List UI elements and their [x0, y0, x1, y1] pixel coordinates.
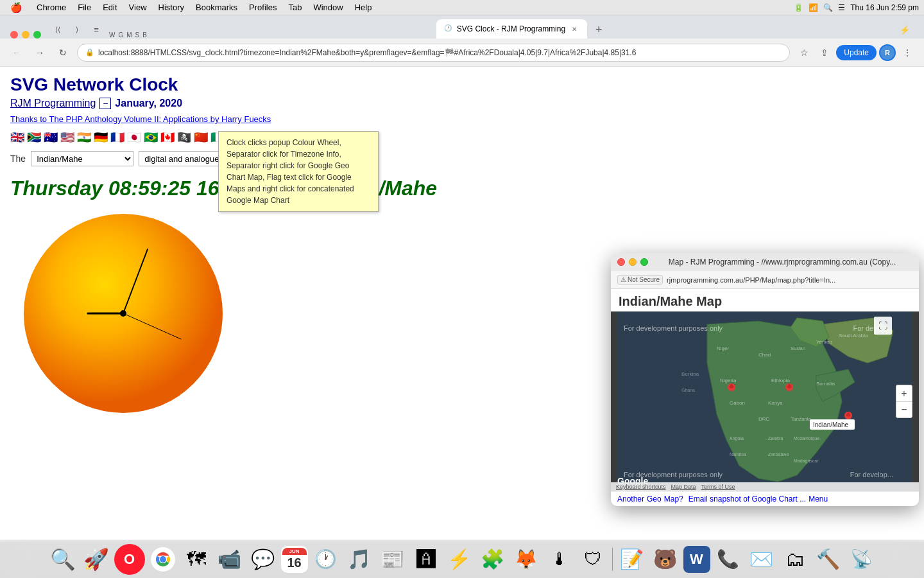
toolbar-icon-5[interactable]: B — [141, 31, 148, 39]
dock-clock[interactable]: 🕐 — [311, 544, 341, 575]
forward-back-btn[interactable]: ⟩ — [68, 21, 86, 39]
menu-dots-button[interactable]: ⋮ — [898, 44, 916, 62]
map-data-link[interactable]: Map Data — [671, 484, 696, 490]
dock-news[interactable]: 📰 — [377, 544, 408, 575]
attribution-link[interactable]: Thanks to The PHP Anthology Volume II: A… — [10, 114, 914, 124]
terms-link[interactable]: Terms of Use — [701, 484, 735, 490]
menu-bar: 🍎 Chrome File Edit View History Bookmark… — [0, 0, 924, 15]
minus-button[interactable]: − — [99, 98, 111, 109]
minimize-window-button[interactable] — [22, 31, 30, 39]
analog-clock[interactable] — [21, 211, 226, 416]
search-menubar-icon[interactable]: 🔍 — [823, 3, 833, 12]
bookmark-btn[interactable]: ☆ — [795, 44, 813, 62]
dock-transmit[interactable]: 📡 — [846, 544, 877, 575]
keyboard-shortcuts[interactable]: Keyboard shortcuts — [616, 484, 666, 490]
dock-taskheat[interactable]: 🌡 — [544, 544, 575, 575]
active-tab[interactable]: 🕐 SVG Clock - RJM Programming ✕ — [436, 19, 587, 39]
another-link[interactable]: Another — [617, 495, 644, 504]
dock-music[interactable]: 🎵 — [344, 544, 375, 575]
geo-link[interactable]: Geo — [647, 495, 662, 504]
map-background: Niger Chad Sudan Yemen Burkina Nigeria E… — [611, 311, 919, 491]
menu-chrome[interactable]: Chrome — [31, 1, 71, 13]
menu-help[interactable]: Help — [350, 1, 377, 13]
dock-shortcuts[interactable]: ⚡ — [444, 544, 475, 575]
map-area[interactable]: Niger Chad Sudan Yemen Burkina Nigeria E… — [611, 311, 919, 491]
dock-maps[interactable]: 🗺 — [181, 544, 212, 575]
dock-calendar[interactable]: JUN 16 — [281, 546, 308, 573]
address-bar[interactable]: 🔒 localhost:8888/HTMLCSS/svg_clock.html?… — [77, 44, 790, 62]
menu-view[interactable]: View — [124, 1, 152, 13]
close-window-button[interactable] — [10, 31, 18, 39]
dock: 🔍 🚀 O 🗺 📹 💬 JUN 16 🕐 🎵 📰 🅰 ⚡ 🧩 🦊 🌡 🛡 📝 🐻… — [0, 539, 924, 578]
menu-edit[interactable]: Edit — [98, 1, 122, 13]
back-button[interactable]: ← — [8, 44, 26, 62]
navigation-bar: ← → ↻ 🔒 localhost:8888/HTMLCSS/svg_clock… — [0, 39, 924, 67]
menu-tab[interactable]: Tab — [283, 1, 307, 13]
fullscreen-button[interactable]: ⛶ — [874, 317, 892, 335]
dock-launchpad[interactable]: 🚀 — [81, 544, 112, 575]
dock-chrome[interactable] — [148, 544, 178, 575]
toolbar-icon-3[interactable]: M — [125, 31, 133, 39]
new-tab-button[interactable]: + — [590, 21, 608, 39]
map-address-bar: ⚠ Not Secure rjmprogramming.com.au/PHP/M… — [611, 271, 919, 289]
toolbar-icon-2[interactable]: G — [117, 31, 124, 39]
profile-avatar[interactable]: R — [879, 44, 896, 61]
share-btn[interactable]: ⇪ — [816, 44, 834, 62]
forward-button[interactable]: → — [31, 44, 49, 62]
map-maximize-btn[interactable] — [640, 258, 648, 266]
menu-file[interactable]: File — [73, 1, 96, 13]
dock-zoom[interactable]: 📞 — [713, 544, 744, 575]
control-center-icon[interactable]: ☰ — [838, 3, 845, 12]
apple-menu[interactable]: 🍎 — [5, 1, 28, 15]
clock-svg — [21, 211, 226, 416]
not-secure-badge: ⚠ Not Secure — [617, 275, 663, 285]
url-text: localhost:8888/HTMLCSS/svg_clock.html?ti… — [98, 48, 782, 57]
zoom-in-button[interactable]: + — [896, 385, 912, 401]
tooltip-text: Clock clicks popup Colour Wheel, Separat… — [227, 138, 354, 205]
flag-gb: 🇬🇧 — [10, 130, 24, 144]
map-close-btn[interactable] — [617, 258, 625, 266]
dock-textedit[interactable]: 📝 — [617, 544, 647, 575]
toolbar-icon-4[interactable]: S — [134, 31, 141, 39]
rjm-link[interactable]: RJM Programming — [10, 98, 96, 109]
back-back-btn[interactable]: ⟨⟨ — [49, 21, 67, 39]
svg-text:Saudi Arabia: Saudi Arabia — [839, 333, 868, 338]
update-button[interactable]: Update — [836, 45, 877, 60]
svg-text:Nigeria: Nigeria — [720, 378, 737, 383]
svg-text:Kenya: Kenya — [768, 400, 783, 406]
extensions-btn[interactable]: ⚡ — [896, 21, 914, 39]
email-link[interactable]: Email snapshot of Google Chart ... — [689, 495, 806, 504]
menu-profiles[interactable]: Profiles — [244, 1, 282, 13]
svg-text:Namibia: Namibia — [730, 452, 746, 457]
menu-link[interactable]: Menu — [809, 495, 828, 504]
dock-mail[interactable]: ✉️ — [746, 544, 777, 575]
dock-messages[interactable]: 💬 — [248, 544, 278, 575]
menu-bookmarks[interactable]: Bookmarks — [191, 1, 243, 13]
dock-bear[interactable]: 🐻 — [650, 544, 681, 575]
timezone-select[interactable]: Indian/Mahe Africa/Douala Africa/Juba UT… — [31, 151, 133, 166]
dock-finder[interactable]: 🔍 — [47, 544, 78, 575]
tab-bar: ⟨⟨ ⟩ ≡ W G M S B 🕐 SVG Clock - RJM Progr… — [0, 15, 924, 39]
dock-appstore[interactable]: 🅰 — [411, 544, 441, 575]
dock-puzzle[interactable]: 🧩 — [477, 544, 508, 575]
menu-window[interactable]: Window — [308, 1, 348, 13]
dock-bitwarden[interactable]: 🛡 — [578, 544, 608, 575]
dock-finder2[interactable]: 🗂 — [780, 544, 810, 575]
dock-firefox[interactable]: 🦊 — [511, 544, 542, 575]
dock-opera[interactable]: O — [114, 544, 145, 575]
sidebar-btn[interactable]: ≡ — [87, 21, 105, 39]
reload-button[interactable]: ↻ — [54, 44, 72, 62]
dock-xcode[interactable]: 🔨 — [813, 544, 844, 575]
zoom-out-button[interactable]: − — [896, 401, 912, 418]
tab-close-button[interactable]: ✕ — [569, 24, 579, 34]
menu-history[interactable]: History — [153, 1, 189, 13]
toolbar-icon-1[interactable]: W — [108, 31, 116, 39]
map-link[interactable]: Map? — [664, 495, 683, 504]
tab-title: SVG Clock - RJM Programming — [457, 24, 565, 33]
dock-word[interactable]: W — [683, 546, 710, 573]
dock-facetime[interactable]: 📹 — [214, 544, 245, 575]
maximize-window-button[interactable] — [33, 31, 41, 39]
svg-text:Somalia: Somalia — [816, 381, 835, 387]
tooltip-popup: Clock clicks popup Colour Wheel, Separat… — [218, 131, 379, 212]
map-minimize-btn[interactable] — [629, 258, 637, 266]
